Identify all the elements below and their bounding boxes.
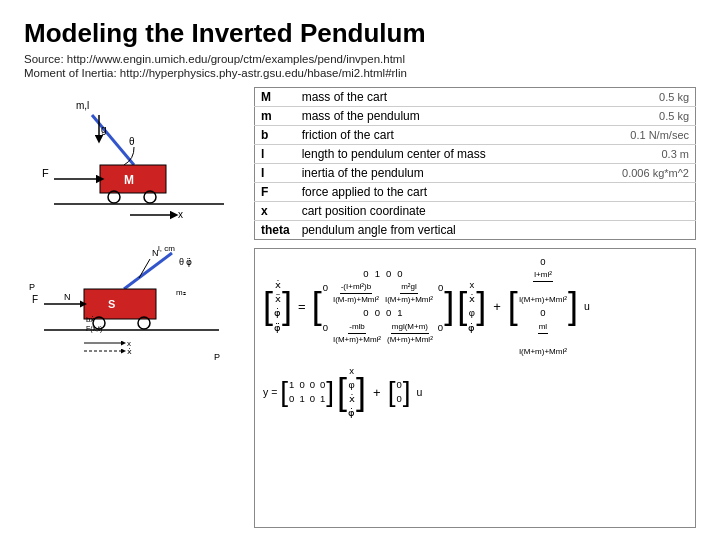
svg-text:ẋ: ẋ — [127, 347, 132, 356]
x-vector-y: x φ ẋ φ̇ — [348, 364, 355, 421]
param-value — [496, 221, 696, 240]
param-value: 0.5 kg — [496, 107, 696, 126]
plus-sign: + — [493, 299, 501, 314]
state-lhs: [ ẋ ẍ φ̇ φ̈ ] — [263, 278, 292, 335]
bracket-close-c: ] — [326, 378, 334, 406]
param-value: 0.006 kg*m^2 — [496, 164, 696, 183]
param-desc: length to pendulum center of mass — [296, 145, 496, 164]
svg-text:S: S — [108, 298, 115, 310]
svg-text:m,l: m,l — [76, 100, 89, 111]
bracket-open-a: [ — [312, 288, 322, 324]
param-desc: inertia of the pendulum — [296, 164, 496, 183]
svg-text:F: F — [32, 294, 38, 305]
svg-text:φ̈: φ̈ — [186, 257, 192, 267]
table-row: thetapendulum angle from vertical — [255, 221, 696, 240]
bracket-open-b: [ — [508, 288, 518, 324]
top-diagram-svg: m,l θ g M F — [24, 87, 234, 227]
svg-text:x: x — [178, 209, 183, 220]
svg-text:M: M — [124, 173, 134, 187]
d-matrix-wrap: [ 0 0 ] — [388, 378, 411, 407]
b-matrix-wrap: [ 0 I+ml²I(M+m)+Mml² 0 mlI(M+m)+Mml² ] — [508, 255, 578, 358]
source-line-1: Source: http://www.engin.umich.edu/group… — [24, 53, 696, 65]
equations-area: [ ẋ ẍ φ̇ φ̈ ] = [ — [254, 248, 696, 528]
source-line-2: Moment of Inertia: http://hyperphysics.p… — [24, 67, 696, 79]
param-value — [496, 202, 696, 221]
param-desc: mass of the cart — [296, 88, 496, 107]
state-vector: x ẋ φ φ̇ — [468, 278, 475, 335]
table-row: Iinertia of the pendulum0.006 kg*m^2 — [255, 164, 696, 183]
param-symbol: F — [255, 183, 296, 202]
svg-text:F: F — [42, 167, 49, 179]
bottom-diagram-svg: N l, cm θ φ̈ S F — [24, 235, 234, 365]
svg-text:N: N — [64, 292, 71, 302]
bracket-open-x: [ — [457, 288, 467, 324]
lhs-vector: ẋ ẍ φ̇ φ̈ — [274, 278, 281, 335]
eq-line-state: [ ẋ ẍ φ̇ φ̈ ] = [ — [263, 255, 687, 358]
page: Modeling the Inverted Pendulum Source: h… — [0, 0, 720, 540]
bracket-open-xv: [ — [337, 374, 347, 410]
page-title: Modeling the Inverted Pendulum — [24, 18, 696, 49]
c-matrix-wrap: [ 1000 0101 ] — [280, 378, 334, 407]
param-desc: mass of the pendulum — [296, 107, 496, 126]
table-row: llength to pendulum center of mass0.3 m — [255, 145, 696, 164]
param-symbol: b — [255, 126, 296, 145]
param-desc: cart position coordinate — [296, 202, 496, 221]
bracket-close-lhs: ] — [282, 288, 292, 324]
bracket-close-xv: ] — [356, 374, 366, 410]
svg-text:P: P — [29, 282, 35, 292]
param-symbol: M — [255, 88, 296, 107]
table-row: Fforce applied to the cart — [255, 183, 696, 202]
table-row: xcart position coordinate — [255, 202, 696, 221]
param-desc: pendulum angle from vertical — [296, 221, 496, 240]
svg-text:bẋ: bẋ — [86, 315, 95, 324]
diagram-bottom: N l, cm θ φ̈ S F — [24, 235, 244, 365]
param-value — [496, 183, 696, 202]
params-table: Mmass of the cart0.5 kgmmass of the pend… — [254, 87, 696, 240]
param-symbol: I — [255, 164, 296, 183]
param-desc: friction of the cart — [296, 126, 496, 145]
bracket-close-d: ] — [403, 378, 411, 406]
svg-text:θ: θ — [179, 257, 184, 267]
c-matrix: 1000 0101 — [289, 378, 325, 407]
content-area: m,l θ g M F — [24, 87, 696, 528]
table-row: bfriction of the cart0.1 N/m/sec — [255, 126, 696, 145]
bracket-open-lhs: [ — [263, 288, 273, 324]
y-eq-line: y = [ 1000 0101 ] [ x φ — [263, 364, 687, 421]
diagram-area: m,l θ g M F — [24, 87, 244, 528]
svg-text:l, cm: l, cm — [158, 244, 175, 253]
param-symbol: m — [255, 107, 296, 126]
bracket-open-d: [ — [388, 378, 396, 406]
u-label: u — [584, 300, 590, 312]
svg-text:θ: θ — [129, 136, 135, 147]
a-matrix-wrap: [ 0 1 0 0 0 -(I+ml²)bI(M-m)+Mml² — [312, 267, 455, 346]
right-panel: Mmass of the cart0.5 kgmmass of the pend… — [254, 87, 696, 528]
svg-line-14 — [124, 253, 172, 289]
table-row: mmass of the pendulum0.5 kg — [255, 107, 696, 126]
table-row: Mmass of the cart0.5 kg — [255, 88, 696, 107]
param-value: 0.3 m — [496, 145, 696, 164]
equals-sign: = — [298, 299, 306, 314]
bracket-close-b: ] — [568, 288, 578, 324]
y-label: y = — [263, 386, 277, 398]
svg-text:g: g — [101, 124, 107, 135]
param-symbol: x — [255, 202, 296, 221]
param-value: 0.1 N/m/sec — [496, 126, 696, 145]
state-vec-wrap: [ x ẋ φ φ̇ ] — [457, 278, 486, 335]
svg-text:P: P — [214, 352, 220, 362]
param-value: 0.5 kg — [496, 88, 696, 107]
svg-text:m₂: m₂ — [176, 288, 186, 297]
d-matrix: 0 0 — [396, 378, 401, 407]
x-vec-y-wrap: [ x φ ẋ φ̇ ] — [337, 364, 366, 421]
u-label-y: u — [417, 386, 423, 398]
bracket-close-a: ] — [444, 288, 454, 324]
param-desc: force applied to the cart — [296, 183, 496, 202]
bracket-close-x: ] — [476, 288, 486, 324]
svg-text:F(x,t): F(x,t) — [86, 325, 102, 333]
bracket-open-c: [ — [280, 378, 288, 406]
param-symbol: theta — [255, 221, 296, 240]
a-matrix: 0 1 0 0 0 -(I+ml²)bI(M-m)+Mml² m²glI(M+m… — [323, 267, 444, 346]
b-matrix: 0 I+ml²I(M+m)+Mml² 0 mlI(M+m)+Mml² — [519, 255, 567, 358]
plus-d: + — [373, 385, 381, 400]
param-symbol: l — [255, 145, 296, 164]
diagram-top: m,l θ g M F — [24, 87, 244, 227]
